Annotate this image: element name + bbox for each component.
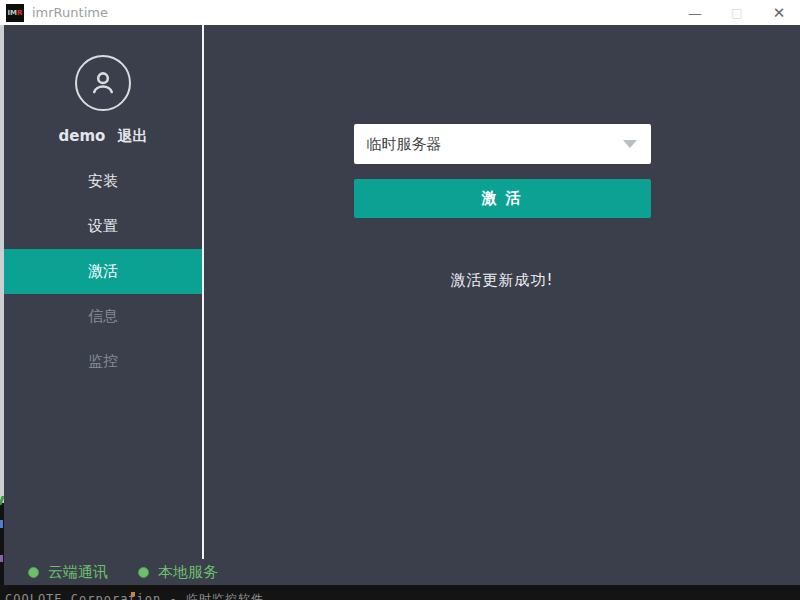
sidebar-item-activate[interactable]: 激活 xyxy=(4,249,202,294)
app-logo-icon: IMR xyxy=(6,4,24,22)
sidebar: demo 退出 安装 设置 激活 信息 监控 xyxy=(4,25,202,559)
activate-button[interactable]: 激 活 xyxy=(354,179,651,218)
background-window-strip: COOLOTE Corporation - 临时监控软件 xyxy=(0,585,800,600)
statusbar: 云端通讯 本地服务 xyxy=(4,559,800,585)
logout-link[interactable]: 退出 xyxy=(117,127,147,146)
sidebar-item-install[interactable]: 安装 xyxy=(4,159,202,204)
server-select[interactable]: 临时服务器 xyxy=(354,124,651,164)
sidebar-item-settings[interactable]: 设置 xyxy=(4,204,202,249)
user-row: demo 退出 xyxy=(4,127,202,146)
screen: IMR imrRuntime — □ ✕ demo 退出 安装 设置 激活 xyxy=(0,0,800,600)
sidebar-item-monitor[interactable]: 监控 xyxy=(4,339,202,384)
local-service-indicator: 本地服务 xyxy=(138,563,218,582)
cloud-comm-status-dot-icon xyxy=(28,567,39,578)
minimize-button[interactable]: — xyxy=(674,0,716,25)
local-service-label: 本地服务 xyxy=(158,563,218,582)
main-panel: 临时服务器 激 活 激活更新成功! xyxy=(204,25,800,559)
cloud-comm-indicator: 云端通讯 xyxy=(28,563,108,582)
terminal-glyph-speck-purple xyxy=(0,555,3,562)
local-service-status-dot-icon xyxy=(138,567,149,578)
chevron-down-icon xyxy=(623,140,637,148)
window-controls: — □ ✕ xyxy=(674,0,800,25)
server-select-value: 临时服务器 xyxy=(354,135,623,154)
username: demo xyxy=(59,127,106,146)
titlebar: IMR imrRuntime — □ ✕ xyxy=(0,0,800,25)
app-logo-text: IM xyxy=(8,9,18,17)
maximize-button[interactable]: □ xyxy=(716,0,758,25)
close-button[interactable]: ✕ xyxy=(758,0,800,25)
sidebar-item-info[interactable]: 信息 xyxy=(4,294,202,339)
terminal-glyph-speck-blue xyxy=(0,520,3,528)
app-logo-accent: R xyxy=(17,9,22,17)
activation-status-message: 激活更新成功! xyxy=(204,271,800,290)
window-title: imrRuntime xyxy=(32,5,674,20)
background-window-speck xyxy=(131,592,135,596)
user-avatar xyxy=(75,55,131,111)
sidebar-menu: 安装 设置 激活 信息 监控 xyxy=(4,159,202,384)
cloud-comm-label: 云端通讯 xyxy=(48,563,108,582)
person-icon xyxy=(86,66,120,100)
